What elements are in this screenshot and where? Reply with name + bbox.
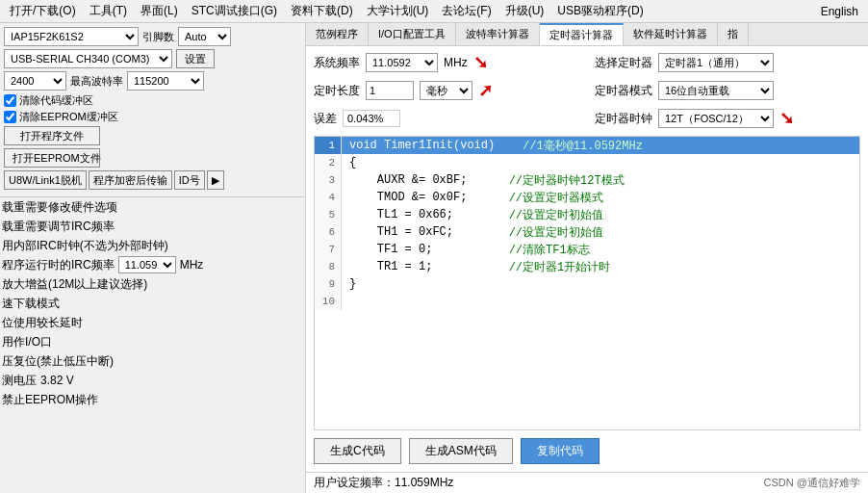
list-item: 禁止EEPROM操作 (0, 390, 305, 409)
open-eeprom-button[interactable]: 打开EEPROM文件 (4, 148, 100, 168)
voltage-label: 测电压 (2, 372, 37, 389)
menu-download-data[interactable]: 资料下载(D) (285, 1, 359, 21)
tab-timer-calc[interactable]: 定时器计算器 (540, 23, 624, 45)
line-number: 2 (315, 154, 342, 171)
status-text: 用户设定频率：11.059MHz (314, 475, 453, 491)
tab-examples[interactable]: 范例程序 (306, 23, 369, 45)
chip-select[interactable]: IAP15F2K61S2 (4, 27, 139, 46)
encrypt-transfer-button[interactable]: 程序加密后传输 (89, 170, 172, 190)
timer-clock-select[interactable]: 12T（FOSC/12） (658, 109, 774, 128)
error-value: 0.043% (343, 110, 400, 127)
code-line-8: 8 TR1 = 1; //定时器1开始计时 (315, 258, 859, 275)
sys-freq-unit: MHz (444, 56, 468, 69)
irc-freq-label: 程序运行时的IRC频率 (2, 256, 115, 273)
open-program-button[interactable]: 打开程序文件 (4, 126, 100, 145)
max-baud-select[interactable]: 115200 (127, 71, 204, 91)
line-number: 7 (315, 241, 342, 258)
line-number: 4 (315, 189, 342, 206)
select-timer-select[interactable]: 定时器1（通用） (658, 53, 774, 72)
code-line-2: 2 { (315, 154, 859, 171)
select-timer-label: 选择定时器 (595, 55, 652, 71)
timer-len-row: 定时长度 毫秒 ➚ (314, 80, 579, 101)
clear-eeprom-buffer-checkbox[interactable] (4, 111, 16, 123)
code-line-5: 5 TL1 = 0x66; //设置定时初始值 (315, 206, 859, 223)
expand-button[interactable]: ▶ (207, 170, 224, 190)
code-line-10: 10 (315, 293, 859, 310)
pin-count-label: 引脚数 (142, 30, 174, 44)
tab-baud-calc[interactable]: 波特率计算器 (456, 23, 540, 45)
menu-usb-driver[interactable]: USB驱动程序(D) (551, 1, 649, 21)
code-text: TF1 = 0; //清除TF1标志 (342, 241, 590, 258)
red-arrow-1: ➘ (473, 52, 488, 73)
status-bar: 用户设定频率：11.059MHz CSDN @通信好难学 (306, 472, 868, 493)
baud-select[interactable]: 2400 (4, 71, 66, 91)
menu-tools[interactable]: 工具(T) (84, 1, 133, 21)
code-comment: //1毫秒@11.0592MHz (495, 138, 643, 154)
menu-language[interactable]: English (815, 3, 864, 20)
error-label: 误差 (314, 111, 337, 127)
menu-stc-debug[interactable]: STC调试接口(G) (186, 1, 283, 21)
menu-uni-plan[interactable]: 大学计划(U) (361, 1, 435, 21)
voltage-row: 测电压 3.82 V (0, 371, 305, 390)
red-arrow-2: ➚ (478, 80, 493, 101)
gen-asm-code-button[interactable]: 生成ASM代码 (409, 438, 513, 464)
irc-freq-select[interactable]: 11.0592 (118, 256, 176, 273)
timer-mode-select[interactable]: 16位自动重载 (658, 81, 774, 100)
code-text (342, 293, 349, 310)
clear-code-buffer-checkbox[interactable] (4, 94, 16, 107)
code-line-9: 9 } (315, 275, 859, 293)
list-item: 载重需要调节IRC频率 (0, 217, 305, 236)
code-comment: //设置定时初始值 (453, 207, 603, 223)
code-text: TR1 = 1; //定时器1开始计时 (342, 258, 610, 275)
code-text: TH1 = 0xFC; //设置定时初始值 (342, 223, 603, 241)
timer-len-input[interactable] (366, 81, 414, 100)
line-number: 5 (315, 206, 342, 223)
code-text: } (342, 275, 356, 293)
red-arrow-3: ➘ (779, 108, 794, 129)
tab-more[interactable]: 指 (718, 23, 749, 45)
error-row: 误差 0.043% (314, 110, 579, 127)
menu-interface[interactable]: 界面(L) (135, 1, 184, 21)
copy-code-button[interactable]: 复制代码 (521, 438, 600, 464)
code-text: TL1 = 0x66; //设置定时初始值 (342, 206, 603, 223)
sys-freq-label: 系统频率 (314, 55, 360, 71)
code-text: AUXR &= 0xBF; //定时器时钟12T模式 (342, 171, 625, 189)
timer-mode-row: 定时器模式 16位自动重载 (595, 81, 860, 100)
settings-button[interactable]: 设置 (176, 49, 215, 68)
menu-upgrade[interactable]: 升级(U) (499, 1, 550, 21)
code-editor: 1 void Timer1Init(void) //1毫秒@11.0592MHz… (314, 136, 860, 430)
code-line-3: 3 AUXR &= 0xBF; //定时器时钟12T模式 (315, 171, 859, 189)
select-timer-row: 选择定时器 定时器1（通用） (595, 53, 860, 72)
code-comment: //定时器时钟12T模式 (467, 172, 624, 189)
timer-len-unit-select[interactable]: 毫秒 (420, 81, 472, 100)
u8w-link1-button[interactable]: U8W/Link1脱机 (4, 170, 87, 190)
tab-io-config[interactable]: I/O口配置工具 (369, 23, 456, 45)
com-select[interactable]: USB-SERIAL CH340 (COM3) (4, 49, 172, 68)
list-item: 载重需要修改硬件选项 (0, 197, 305, 217)
max-baud-label: 最高波特率 (70, 74, 123, 89)
code-comment: //设置定时器模式 (467, 190, 603, 206)
tab-delay-calc[interactable]: 软件延时计算器 (624, 23, 718, 45)
left-panel: IAP15F2K61S2 引脚数 Auto USB-SERIAL CH340 (… (0, 23, 306, 493)
line-number: 6 (315, 223, 342, 241)
sys-freq-row: 系统频率 11.0592 MHz ➘ (314, 52, 579, 73)
menu-open-download[interactable]: 打开/下载(O) (4, 1, 82, 21)
pin-count-select[interactable]: Auto (178, 27, 231, 46)
menu-forum[interactable]: 去论坛(F) (436, 1, 497, 21)
id-button[interactable]: ID号 (174, 170, 205, 190)
code-line-1: 1 void Timer1Init(void) //1毫秒@11.0592MHz (315, 137, 859, 154)
code-comment: //设置定时初始值 (453, 224, 603, 241)
irc-freq-row: 程序运行时的IRC频率 11.0592 MHz (0, 255, 305, 274)
gen-c-code-button[interactable]: 生成C代码 (314, 438, 401, 464)
line-number: 1 (315, 137, 342, 154)
clear-code-buffer-label: 清除代码缓冲区 (19, 93, 93, 108)
sys-freq-select[interactable]: 11.0592 (366, 53, 438, 72)
list-item: 用作I/O口 (0, 332, 305, 351)
code-comment: //定时器1开始计时 (432, 259, 610, 275)
tab-bar: 范例程序 I/O口配置工具 波特率计算器 定时器计算器 软件延时计算器 指 (306, 23, 868, 46)
code-comment: //清除TF1标志 (432, 242, 589, 258)
left-options-list: 载重需要修改硬件选项 载重需要调节IRC频率 用内部IRC时钟(不选为外部时钟)… (0, 197, 305, 493)
line-number: 9 (315, 275, 342, 293)
code-text: TMOD &= 0x0F; //设置定时器模式 (342, 189, 603, 206)
clear-eeprom-buffer-label: 清除EEPROM缓冲区 (19, 110, 118, 124)
